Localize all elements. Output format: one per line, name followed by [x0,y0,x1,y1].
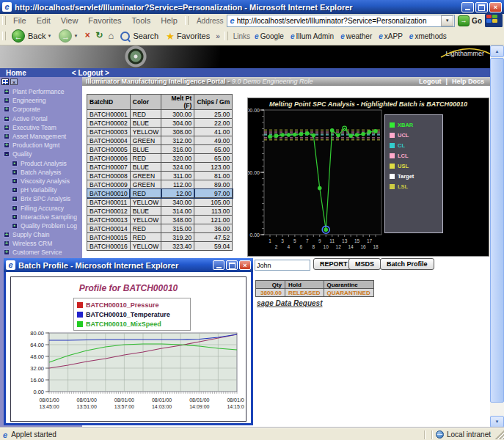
expand-icon[interactable]: + [4,125,10,131]
msds-button[interactable]: MSDS [348,258,381,270]
home-link[interactable]: Home [6,69,26,77]
address-bar[interactable]: e ▼ [227,15,456,27]
toolbar-overflow-chevron[interactable]: » [216,32,220,40]
address-input[interactable] [237,17,441,25]
toolbar-grip[interactable] [2,32,6,40]
go-button[interactable]: → Go [458,15,482,26]
sidebar-item-product-analysis[interactable]: ▪Product Analysis [0,159,82,168]
expand-icon[interactable]: + [4,241,10,246]
expand-icon[interactable]: + [4,116,10,122]
sidebar-item-batch-analysis[interactable]: ▪Batch Analysis [0,168,82,177]
minimize-button[interactable] [461,2,474,12]
table-row[interactable]: BATCH00004GREEN312.0049.00 [87,136,233,145]
maximize-button[interactable] [475,2,488,12]
close-button[interactable]: × [489,2,502,12]
column-header-color[interactable]: Color [130,95,161,110]
sidebar-item-ph-variability[interactable]: ▪pH Variability [0,186,82,194]
forward-button[interactable]: → ▼ [56,29,80,43]
portal-logout-link[interactable]: Logout [419,78,442,85]
toolbar-grip[interactable] [224,32,228,40]
table-row[interactable]: BATCH00006RED320.0065.00 [87,154,233,163]
sidebar-item-viscosity-analysis[interactable]: ▪Viscosity Analysis [0,177,82,186]
expand-icon[interactable]: - [4,151,10,157]
table-row[interactable]: BATCH00012BLUE314.00113.00 [87,207,233,216]
sidebar-close-icon[interactable]: × [10,78,18,85]
sidebar-item-executive-team[interactable]: +Executive Team [0,123,82,132]
menu-tools[interactable]: Tools [127,15,156,26]
expand-icon[interactable]: + [4,89,10,95]
table-row[interactable]: BATCH00001RED300.0025.00 [87,110,233,119]
column-header-meltptf[interactable]: Melt Pt (F) [161,95,194,110]
sidebar-item-production-mgmt[interactable]: +Production Mgmt [0,141,82,150]
popup-maximize-button[interactable] [226,260,238,270]
usage-data-request-link[interactable]: sage Data Request [257,299,322,307]
expand-icon[interactable]: + [4,142,10,148]
sidebar-item-quality[interactable]: -Quality [0,150,82,158]
table-row[interactable]: BATCH00008GREEN311.0081.00 [87,172,233,180]
vertical-scrollbar[interactable]: ▲ ▼ [490,45,504,428]
table-row[interactable]: BATCH00007BLUE324.00123.00 [87,163,233,172]
browser-titlebar[interactable]: e http://localhost/servlet/Illuminator?S… [0,0,504,14]
table-row[interactable]: BATCH00011YELLOW340.00105.00 [87,198,233,207]
link-xmethods[interactable]: exmethods [409,32,447,40]
sidebar-item-wireless-crm[interactable]: +Wireless CRM [0,239,82,248]
portlet-layout-icon[interactable] [1,78,9,85]
expand-icon[interactable]: + [4,232,10,238]
sidebar-item-active-portal[interactable]: +Active Portal [0,114,82,123]
table-row[interactable]: BATCH00005BLUE316.0065.00 [87,145,233,154]
menu-edit[interactable]: Edit [32,15,56,26]
popup-titlebar[interactable]: e Batch Profile - Microsoft Internet Exp… [4,258,253,272]
sidebar-item-supply-chain[interactable]: +Supply Chain [0,230,82,239]
menu-help[interactable]: Help [156,15,183,26]
popup-minimize-button[interactable] [213,260,224,270]
home-button[interactable]: ⌂ [105,30,117,42]
expand-icon[interactable]: + [4,249,10,255]
forward-dropdown-icon[interactable]: ▼ [73,34,78,38]
table-row[interactable]: BATCH00003YELLOW308.0041.00 [87,128,233,136]
favorites-button[interactable]: ★ Favorites [164,30,212,43]
sidebar-item-plant-performance[interactable]: +Plant Performance [0,87,82,96]
expand-icon[interactable]: + [4,106,10,112]
menu-file[interactable]: File [8,15,32,26]
scroll-down-icon[interactable]: ▼ [490,416,504,428]
sidebar-item-interactive-sampling[interactable]: ▪Interactive Sampling [0,213,82,221]
link-weather[interactable]: eweather [340,32,372,40]
table-row[interactable]: BATCH00013YELLOW348.00121.00 [87,216,233,224]
link-google[interactable]: eGoogle [255,32,284,40]
spc-chart-panel[interactable]: Melting Point SPC Analysis - Highlighted… [247,98,489,257]
logout-link[interactable]: < Logout > [72,69,109,77]
expand-icon[interactable]: + [4,133,10,139]
popup-close-button[interactable]: × [239,260,251,270]
table-row[interactable]: BATCH00015RED319.2047.52 [87,233,233,242]
menu-favorites[interactable]: Favorites [83,15,126,26]
sidebar-item-customer-service[interactable]: +Customer Service [0,248,82,257]
batch-profile-button[interactable]: Batch Profile [380,258,434,270]
sidebar-item-filling-accuracy[interactable]: ▪Filling Accuracy [0,203,82,212]
link-illum-admin[interactable]: eIllum Admin [291,32,334,40]
menu-view[interactable]: View [56,15,84,26]
sidebar-item-engineering[interactable]: +Engineering [0,96,82,105]
back-button[interactable]: ← Back ▼ [10,29,54,43]
toolbar-grip[interactable] [185,16,189,25]
scrollbar-thumb[interactable] [490,58,504,403]
column-header-batchid[interactable]: BatchID [87,95,131,110]
scroll-up-icon[interactable]: ▲ [490,45,504,57]
sidebar-item-brix-spc-analysis[interactable]: ▪Brix SPC Analysis [0,194,82,203]
table-row[interactable]: BATCH00002BLUE304.0022.00 [87,119,233,128]
search-button[interactable]: Search [118,31,161,42]
refresh-button[interactable]: ↻ [93,30,105,42]
operator-input[interactable] [255,260,310,271]
sidebar-item-asset-management[interactable]: +Asset Management [0,132,82,141]
resize-grip[interactable] [495,430,504,439]
stop-button[interactable]: × [81,30,93,42]
table-row[interactable]: BATCH00009GREEN112.0089.00 [87,180,233,189]
portal-help-link[interactable]: Help Docs [452,78,484,85]
address-dropdown-icon[interactable]: ▼ [441,15,453,26]
table-row[interactable]: BATCH00016YELLOW323.4059.04 [87,242,233,251]
toolbar-grip[interactable] [2,16,6,25]
sidebar-item-corporate[interactable]: +Corporate [0,105,82,114]
link-xapp[interactable]: exAPP [379,32,403,40]
table-row[interactable]: BATCH00014RED315.0036.00 [87,224,233,233]
expand-icon[interactable]: + [4,98,10,103]
sidebar-item-quality-problem-log[interactable]: ▪Quality Problem Log [0,221,82,230]
